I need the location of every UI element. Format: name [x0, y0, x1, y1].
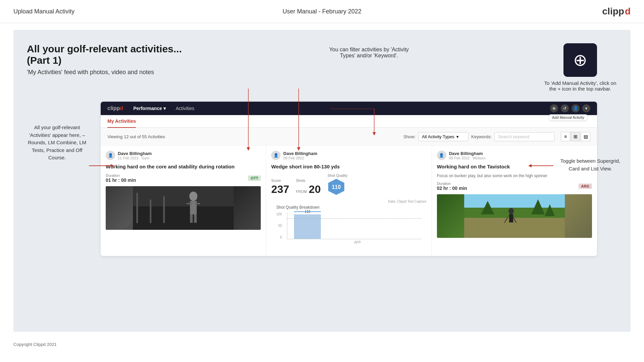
score-value: 237 [271, 183, 289, 196]
app-screenshot: clippd Performance ▾ Activities ⊕ ↺ 👤 ▾ … [101, 102, 597, 256]
activity-image-gym [106, 186, 261, 230]
grid-view-button[interactable]: ⊞ [571, 132, 580, 141]
svg-rect-21 [464, 218, 565, 238]
annotation-left: All your golf-relevant 'Activities' appe… [23, 124, 91, 162]
shots-from: FROM [296, 190, 307, 194]
svg-point-26 [508, 208, 514, 214]
filter-callout: You can filter activities by 'Activity T… [327, 47, 411, 59]
svg-rect-17 [163, 196, 165, 223]
show-label: Show: [403, 134, 415, 139]
filters-bar: Viewing 12 out of 55 Activities Show: Al… [101, 128, 597, 146]
card-title: Working hard on the core and stability d… [106, 163, 261, 170]
user-name: Dave Billingham [118, 151, 152, 156]
svg-rect-14 [194, 214, 197, 223]
main-content: All your golf-relevant activities... (Pa… [13, 30, 631, 332]
svg-rect-27 [509, 214, 513, 222]
viewing-text: Viewing 12 out of 55 Activities [107, 134, 165, 139]
avatar: 👤 [271, 151, 281, 160]
shots-label: Shots [296, 178, 321, 183]
bar-chart: 100 50 0 110 [276, 212, 421, 246]
annotation-right: Toggle between Supergrid, Card and List … [557, 157, 624, 172]
card-stats: Score 237 Shots FROM 20 Shot Quality [271, 173, 426, 196]
nav-performance[interactable]: Performance ▾ [133, 106, 166, 111]
shots-value: 20 [309, 183, 321, 196]
logo-clip: clipp [602, 6, 624, 17]
refresh-icon[interactable]: ↺ [561, 104, 569, 112]
app-nav-icons: ⊕ ↺ 👤 ▾ [550, 104, 590, 112]
header-section: All your golf-relevant activities... (Pa… [27, 43, 617, 92]
user-name: Dave Billingham [449, 151, 486, 156]
keyword-search[interactable]: Search keyword [494, 132, 555, 141]
chart-bar: 110 [294, 214, 321, 239]
user-info: Dave Billingham 09 Feb 2022 [283, 151, 317, 160]
card-title: Wedge short iron 80-130 yds [271, 163, 426, 170]
reference-line-100 [287, 218, 421, 219]
svg-rect-11 [187, 203, 192, 204]
copyright: Copyright Clippd 2021 [13, 342, 57, 347]
bar-top-line [294, 211, 321, 212]
chevron-down-icon[interactable]: ▾ [582, 104, 590, 112]
upload-manual-activity-label: Upload Manual Activity [13, 8, 75, 15]
list-view-button[interactable]: ≡ [561, 132, 570, 141]
app-navbar: clippd Performance ▾ Activities ⊕ ↺ 👤 ▾ … [101, 102, 597, 115]
y-axis-labels: 100 50 0 [276, 212, 283, 239]
add-btn-container: ⊕ To 'Add Manual Activity', click on the… [543, 43, 617, 92]
activity-card: 👤 Dave Billingham 09 Feb 2022 Wedge shor… [266, 146, 431, 256]
keywords-label: Keywords: [471, 134, 492, 139]
shot-quality-badge: 110 [328, 178, 345, 196]
score-label: Score [271, 178, 289, 183]
plus-icon: ⊕ [573, 52, 587, 68]
main-title: All your golf-relevant activities... (Pa… [27, 43, 195, 66]
score-stat: Score 237 [271, 178, 289, 196]
shot-quality-badge-container: 110 [328, 178, 345, 196]
app-logo: clippd [107, 105, 123, 111]
top-bar: Upload Manual Activity User Manual - Feb… [0, 0, 644, 23]
app-tabs: My Activities [101, 115, 597, 128]
y-label-0: 0 [280, 236, 282, 239]
svg-point-9 [189, 192, 197, 201]
header-left: All your golf-relevant activities... (Pa… [27, 43, 195, 76]
user-avatar-icon[interactable]: 👤 [572, 104, 580, 112]
filter-group: Show: All Activity Types ▾ Keywords: Sea… [403, 132, 590, 141]
user-date: 08 Feb 2022 · Woburn [449, 156, 486, 160]
tag-badge: ARG [579, 184, 592, 189]
activity-card: 👤 Dave Billingham 11 Feb 2022 · Gym Work… [101, 146, 266, 256]
user-date: 09 Feb 2022 [283, 156, 317, 160]
subtitle: 'My Activities' feed with photos, video … [27, 69, 195, 76]
svg-rect-15 [136, 193, 138, 223]
card-user: 👤 Dave Billingham 11 Feb 2022 · Gym [106, 151, 261, 160]
nav-activities[interactable]: Activities [176, 106, 194, 111]
x-label: APP [294, 241, 421, 244]
add-manual-label: To 'Add Manual Activity', click on the +… [543, 80, 617, 92]
svg-text:110: 110 [332, 184, 341, 190]
svg-rect-12 [195, 203, 200, 204]
tag-badge: OTT [248, 175, 261, 181]
footer: Copyright Clippd 2021 [0, 339, 644, 350]
manual-title: User Manual - February 2022 [283, 8, 361, 15]
user-info: Dave Billingham 11 Feb 2022 · Gym [118, 151, 152, 160]
card-duration: Duration 02 hr : 00 min ARG [437, 182, 592, 191]
activity-type-select[interactable]: All Activity Types ▾ [418, 132, 468, 141]
user-date: 11 Feb 2022 · Gym [118, 156, 152, 160]
duration-label: Duration [437, 182, 467, 186]
chart-section: Shot Quality Breakdown 100 50 0 110 [271, 205, 426, 251]
tab-my-activities[interactable]: My Activities [107, 115, 136, 128]
logo-pd: d [625, 6, 631, 17]
y-label-100: 100 [276, 212, 282, 216]
add-manual-activity-button[interactable]: ⊕ [563, 43, 597, 77]
add-icon[interactable]: ⊕ [550, 104, 558, 112]
supergrid-view-button[interactable]: ▤ [581, 132, 590, 141]
card-duration: Duration 01 hr : 00 min OTT [106, 173, 261, 183]
chart-area: 110 [287, 212, 421, 239]
card-description: Focus on bunker play, but also some work… [437, 173, 592, 178]
y-label-50: 50 [278, 224, 282, 227]
avatar: 👤 [106, 151, 115, 160]
shot-quality-label: Shot Quality [328, 173, 348, 177]
svg-rect-16 [150, 200, 151, 223]
bunker-image-svg [437, 194, 592, 238]
svg-rect-8 [133, 206, 234, 230]
svg-rect-13 [190, 214, 193, 223]
avatar: 👤 [437, 151, 446, 160]
view-toggle: ≡ ⊞ ▤ [561, 132, 590, 141]
card-user: 👤 Dave Billingham 09 Feb 2022 [271, 151, 426, 160]
